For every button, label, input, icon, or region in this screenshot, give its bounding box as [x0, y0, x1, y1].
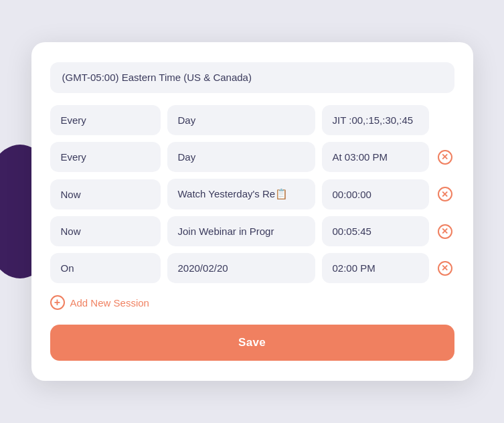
sessions-grid: EveryDayJIT :00,:15,:30,:45EveryDayAt 03… [50, 105, 454, 283]
session-description-4[interactable]: 2020/02/20 [167, 253, 315, 283]
session-description-2[interactable]: Watch Yesterday's Re📋 [167, 179, 315, 209]
remove-session-button-1[interactable]: ✕ [436, 148, 454, 167]
remove-icon-1: ✕ [438, 150, 452, 165]
session-frequency-3[interactable]: Now [50, 216, 161, 246]
session-description-0[interactable]: Day [167, 105, 315, 135]
session-time-1[interactable]: At 03:00 PM [322, 142, 429, 172]
session-description-1[interactable]: Day [167, 142, 315, 172]
session-row: NowJoin Webinar in Progr00:05:45✕ [50, 216, 454, 246]
remove-session-button-4[interactable]: ✕ [436, 259, 454, 278]
session-frequency-1[interactable]: Every [50, 142, 161, 172]
remove-icon-3: ✕ [438, 224, 452, 239]
session-time-0[interactable]: JIT :00,:15,:30,:45 [322, 105, 429, 135]
remove-session-button-2[interactable]: ✕ [436, 185, 454, 203]
session-frequency-0[interactable]: Every [50, 105, 161, 135]
remove-icon-4: ✕ [438, 261, 452, 276]
remove-session-button-3[interactable]: ✕ [436, 222, 454, 241]
session-time-4[interactable]: 02:00 PM [322, 253, 429, 283]
timezone-selector[interactable]: (GMT-05:00) Eastern Time (US & Canada) [50, 62, 454, 93]
add-session-label: Add New Session [70, 297, 149, 309]
save-button[interactable]: Save [50, 325, 454, 361]
modal-container: (GMT-05:00) Eastern Time (US & Canada) E… [31, 42, 473, 381]
remove-icon-2: ✕ [438, 187, 452, 201]
add-icon: + [50, 295, 65, 310]
session-time-2[interactable]: 00:00:00 [322, 179, 429, 209]
session-description-3[interactable]: Join Webinar in Progr [167, 216, 315, 246]
timezone-label: (GMT-05:00) Eastern Time (US & Canada) [62, 72, 252, 83]
session-row: EveryDayAt 03:00 PM✕ [50, 142, 454, 172]
session-row: NowWatch Yesterday's Re📋00:00:00✕ [50, 179, 454, 209]
session-row: On2020/02/2002:00 PM✕ [50, 253, 454, 283]
add-session-button[interactable]: + Add New Session [50, 295, 454, 310]
session-row: EveryDayJIT :00,:15,:30,:45 [50, 105, 454, 135]
session-frequency-4[interactable]: On [50, 253, 161, 283]
session-time-3[interactable]: 00:05:45 [322, 216, 429, 246]
session-frequency-2[interactable]: Now [50, 179, 161, 209]
